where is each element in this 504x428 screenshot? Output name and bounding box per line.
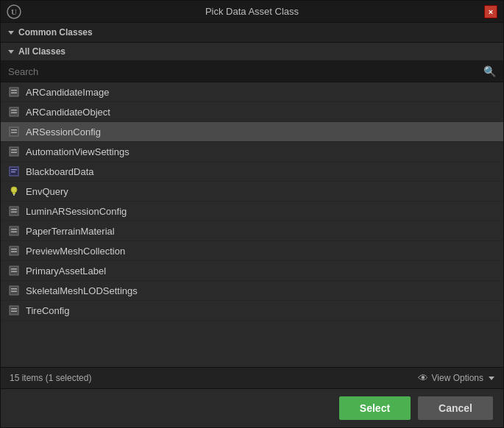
view-options-button[interactable]: 👁 View Options — [418, 372, 494, 384]
svg-rect-32 — [10, 286, 18, 295]
svg-rect-16 — [11, 171, 15, 173]
env-query-icon — [8, 185, 20, 197]
ue-logo-icon: U — [7, 4, 21, 19]
list-item[interactable]: ARCandidateImage — [1, 82, 503, 102]
search-bar: 🔍 — [1, 61, 503, 82]
data-asset-icon — [8, 205, 20, 217]
list-item[interactable]: LuminARSessionConfig — [1, 201, 503, 221]
item-label: SkeletalMeshLODSettings — [26, 285, 138, 296]
svg-rect-10 — [11, 132, 17, 134]
svg-rect-7 — [11, 113, 17, 114]
svg-rect-26 — [10, 246, 18, 255]
class-list[interactable]: ARCandidateImage ARCandidateObject ARSes… — [1, 82, 503, 367]
select-button[interactable]: Select — [339, 396, 411, 420]
status-text: 15 items (1 selected) — [10, 373, 91, 383]
search-input[interactable] — [8, 66, 480, 77]
dialog-title: Pick Data Asset Class — [205, 6, 299, 17]
data-asset-icon — [8, 285, 20, 296]
all-classes-section: All Classes — [1, 43, 503, 61]
title-bar: U Pick Data Asset Class × — [1, 1, 503, 23]
svg-text:U: U — [11, 7, 17, 16]
pick-data-asset-dialog: U Pick Data Asset Class × Common Classes… — [0, 0, 504, 428]
data-asset-icon — [8, 106, 20, 118]
svg-rect-18 — [13, 193, 15, 194]
button-bar: Select Cancel — [1, 388, 503, 427]
cancel-button[interactable]: Cancel — [418, 396, 493, 420]
list-item[interactable]: TireConfig — [1, 301, 503, 321]
svg-rect-24 — [11, 229, 17, 230]
svg-rect-6 — [11, 110, 17, 111]
svg-rect-37 — [11, 311, 17, 313]
item-label: PreviewMeshCollection — [26, 246, 125, 257]
svg-rect-35 — [10, 306, 18, 315]
svg-rect-30 — [11, 268, 17, 270]
svg-rect-8 — [10, 127, 18, 136]
svg-rect-3 — [11, 90, 17, 91]
svg-point-17 — [11, 187, 17, 193]
item-label: AutomationViewSettings — [26, 146, 129, 157]
item-label: ARCandidateImage — [26, 87, 109, 98]
item-label: TireConfig — [26, 305, 69, 316]
data-asset-icon — [8, 86, 20, 98]
svg-rect-2 — [10, 88, 18, 96]
svg-rect-11 — [10, 147, 18, 156]
svg-rect-21 — [11, 209, 17, 210]
list-item[interactable]: AutomationViewSettings — [1, 142, 503, 162]
svg-rect-33 — [11, 288, 17, 290]
svg-rect-25 — [11, 232, 17, 233]
item-label: ARSessionConfig — [26, 126, 101, 138]
svg-rect-31 — [11, 271, 17, 273]
close-button[interactable]: × — [484, 5, 497, 18]
list-item[interactable]: SkeletalMeshLODSettings — [1, 281, 503, 301]
svg-rect-22 — [11, 212, 17, 213]
title-bar-left: U — [7, 4, 21, 19]
view-options-label: View Options — [432, 373, 483, 383]
svg-rect-12 — [11, 149, 17, 151]
dialog-body: Common Classes All Classes 🔍 ARCandidate… — [1, 23, 503, 388]
svg-rect-36 — [11, 308, 17, 310]
item-label: ARCandidateObject — [26, 107, 110, 118]
item-label: EnvQuery — [26, 186, 68, 197]
list-item[interactable]: PrimaryAssetLabel — [1, 261, 503, 281]
data-asset-icon — [8, 225, 20, 237]
svg-rect-29 — [10, 266, 18, 275]
item-label: LuminARSessionConfig — [26, 206, 127, 217]
all-classes-label: All Classes — [18, 46, 65, 57]
svg-rect-5 — [10, 107, 18, 116]
data-asset-icon — [8, 265, 20, 277]
data-asset-icon — [8, 245, 20, 257]
data-asset-icon — [8, 146, 20, 157]
list-item[interactable]: ARSessionConfig — [1, 122, 503, 142]
all-classes-toggle-icon — [8, 50, 14, 54]
item-label: PrimaryAssetLabel — [26, 265, 106, 277]
data-asset-icon — [8, 126, 20, 138]
svg-rect-19 — [13, 194, 15, 196]
svg-rect-4 — [11, 93, 17, 94]
svg-rect-20 — [10, 207, 18, 215]
svg-rect-28 — [11, 252, 17, 253]
list-item[interactable]: BlackboardData — [1, 162, 503, 182]
svg-rect-23 — [10, 227, 18, 235]
data-asset-icon — [8, 304, 20, 316]
common-classes-toggle-icon — [8, 31, 14, 35]
common-classes-label: Common Classes — [18, 27, 93, 38]
common-classes-section: Common Classes — [1, 23, 503, 43]
search-icon: 🔍 — [483, 65, 496, 77]
svg-rect-15 — [11, 169, 17, 171]
list-item[interactable]: EnvQuery — [1, 182, 503, 201]
list-item[interactable]: PreviewMeshCollection — [1, 241, 503, 261]
blackboard-icon — [8, 165, 20, 177]
svg-rect-9 — [11, 129, 17, 131]
svg-rect-13 — [11, 152, 17, 154]
item-label: PaperTerrainMaterial — [26, 226, 115, 237]
eye-icon: 👁 — [418, 372, 428, 384]
list-item[interactable]: ARCandidateObject — [1, 102, 503, 122]
item-label: BlackboardData — [26, 166, 94, 177]
svg-rect-34 — [11, 291, 17, 293]
svg-rect-27 — [11, 249, 17, 250]
view-options-caret-icon — [489, 377, 494, 380]
list-item[interactable]: PaperTerrainMaterial — [1, 221, 503, 241]
status-bar: 15 items (1 selected) 👁 View Options — [1, 367, 503, 388]
